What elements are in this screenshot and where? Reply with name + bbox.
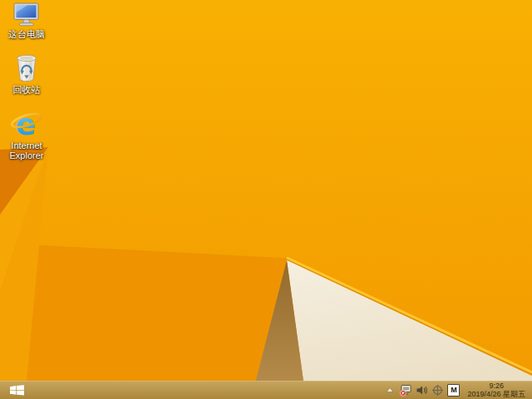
windows-logo-icon <box>10 384 24 397</box>
speaker-icon <box>416 384 428 397</box>
wallpaper <box>0 0 532 399</box>
desktop-icon-label: 回收站 <box>0 85 53 95</box>
show-hidden-icons-button[interactable] <box>383 381 397 399</box>
network-status-button[interactable] <box>399 381 412 399</box>
ime-mode-button[interactable]: M <box>447 384 460 397</box>
crosshair-circle-icon <box>431 384 444 397</box>
desktop-icon-this-pc[interactable]: 这台电脑 <box>0 2 53 39</box>
desktop-icon-recycle-bin[interactable]: 回收站 <box>0 53 53 95</box>
chevron-up-icon <box>385 385 395 395</box>
taskbar-clock[interactable]: 9:26 2019/4/26 星期五 <box>463 381 529 399</box>
this-pc-icon <box>12 2 41 27</box>
desktop-icon-label: 这台电脑 <box>0 29 53 39</box>
desktop-icon-label: Internet Explorer <box>0 140 53 160</box>
clock-date: 2019/4/26 星期五 <box>467 390 525 398</box>
recycle-bin-icon <box>14 53 39 83</box>
volume-button[interactable] <box>415 381 428 399</box>
input-indicator-button[interactable] <box>431 381 444 399</box>
network-disconnected-icon <box>400 384 412 397</box>
start-button[interactable] <box>0 381 33 399</box>
system-tray: M 9:26 2019/4/26 星期五 <box>383 381 532 399</box>
taskbar: M 9:26 2019/4/26 星期五 <box>0 381 532 399</box>
internet-explorer-icon: e <box>9 111 44 139</box>
desktop: 这台电脑 回收站 e Internet Explorer <box>0 0 532 399</box>
clock-time: 9:26 <box>467 382 525 390</box>
desktop-icon-internet-explorer[interactable]: e Internet Explorer <box>0 111 53 160</box>
